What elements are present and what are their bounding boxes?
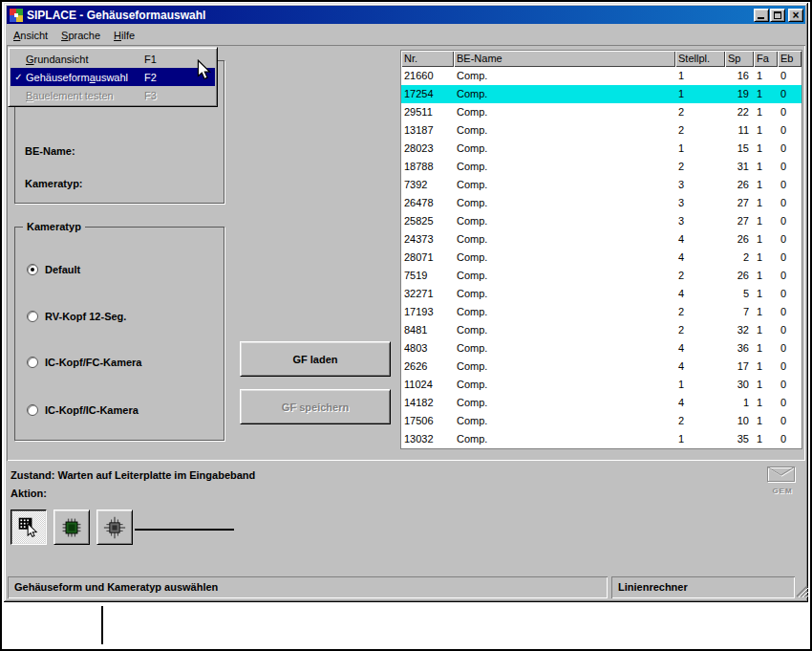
radio-ic-kopf-ic[interactable]: IC-Kopf/IC-Kamera	[27, 401, 139, 420]
table-cell: 0	[778, 158, 801, 176]
table-row[interactable]: 28023Comp.11510	[401, 140, 801, 158]
table-row[interactable]: 11024Comp.13010	[401, 376, 801, 394]
table-row[interactable]: 17193Comp.2710	[401, 303, 801, 321]
table-cell: 11024	[401, 376, 454, 394]
table-cell: 0	[778, 176, 801, 194]
table-row[interactable]: 29511Comp.22210	[401, 103, 801, 121]
toolbar-board-select-button[interactable]	[11, 510, 47, 545]
table-cell: 2	[725, 249, 754, 267]
table-row[interactable]: 14182Comp.4110	[401, 394, 801, 412]
column-header-fa[interactable]: Fa	[754, 51, 778, 67]
column-header-stellpl[interactable]: Stellpl.	[675, 51, 725, 67]
menu-item-gehaeuseformauswahl[interactable]: ✓ Gehäuseformauswahl F2	[11, 68, 215, 86]
table-cell: 15	[725, 140, 754, 158]
table-cell: 3	[675, 194, 725, 212]
column-header-nr[interactable]: Nr.	[401, 51, 454, 67]
table-cell: 28071	[401, 249, 454, 267]
maximize-button[interactable]	[770, 9, 785, 22]
table-row[interactable]: 7392Comp.32610	[401, 176, 801, 194]
table-cell: 28023	[401, 140, 454, 158]
menu-item-grundansicht[interactable]: Grundansicht F1	[11, 50, 215, 68]
column-header-eb[interactable]: Eb	[778, 51, 801, 67]
column-header-sp[interactable]: Sp	[725, 51, 754, 67]
column-header-be-name[interactable]: BE-Name	[454, 51, 675, 67]
menu-sprache[interactable]: Sprache	[54, 27, 107, 44]
table-row[interactable]: 13187Comp.21110	[401, 121, 801, 140]
table-row[interactable]: 25825Comp.32710	[401, 212, 801, 230]
titlebar[interactable]: SIPLACE - Gehäuseformauswahl ×	[7, 6, 805, 24]
table-cell: 0	[778, 67, 801, 85]
table-row[interactable]: 2626Comp.41710	[401, 358, 801, 376]
window-title: SIPLACE - Gehäuseformauswahl	[27, 9, 753, 22]
table-cell: 7519	[401, 267, 454, 285]
statusbar-computer: Linienrechner	[611, 576, 795, 598]
gf-laden-button[interactable]: GF laden	[240, 341, 391, 377]
table-row[interactable]: 8481Comp.23210	[401, 321, 801, 339]
table-cell: 1	[754, 67, 778, 85]
toolbar-component-test-button[interactable]	[96, 510, 133, 545]
table-row[interactable]: 17254Comp.11910	[401, 85, 801, 103]
table-row[interactable]: 7519Comp.22610	[401, 267, 801, 285]
table-cell: 2	[675, 321, 725, 339]
table-cell: 1	[754, 303, 778, 321]
table-cell: 11	[725, 121, 754, 140]
menubar: Ansicht Sprache Hilfe	[7, 25, 805, 45]
menu-check-icon: ✓	[11, 72, 26, 82]
close-icon: ×	[789, 9, 802, 22]
menu-hilfe[interactable]: Hilfe	[107, 27, 141, 44]
table-cell: 0	[778, 430, 801, 448]
table-cell: 1	[675, 140, 725, 158]
component-chip-icon	[60, 514, 83, 541]
table-cell: Comp.	[454, 85, 675, 103]
table-row[interactable]: 4803Comp.43610	[401, 339, 801, 358]
kameratyp-groupbox: Kameratyp Default RV-Kopf 12-Seg. IC-Kop…	[14, 227, 224, 441]
table-cell: 17254	[401, 85, 454, 103]
table-cell: 4	[675, 358, 725, 376]
table-row[interactable]: 13032Comp.13510	[401, 430, 801, 448]
table-cell: 4	[675, 249, 725, 267]
table-row[interactable]: 18788Comp.23110	[401, 158, 801, 176]
table-cell: Comp.	[454, 394, 675, 412]
table-cell: Comp.	[454, 67, 675, 85]
table-cell: Comp.	[454, 430, 675, 448]
table-cell: 17193	[401, 303, 454, 321]
toolbar-component-button[interactable]	[53, 510, 90, 545]
resize-grip[interactable]	[796, 585, 808, 597]
table-cell: 8481	[401, 321, 454, 339]
radio-ic-kopf-fc[interactable]: IC-Kopf/FC-Kamera	[27, 353, 141, 372]
kameratyp-label: Kameratyp:	[25, 178, 83, 189]
table-cell: 0	[778, 85, 801, 103]
table-cell: 26	[725, 267, 754, 285]
mouse-cursor-icon	[197, 59, 211, 81]
table-row[interactable]: 26478Comp.32710	[401, 194, 801, 212]
table-cell: Comp.	[454, 176, 675, 194]
radio-default[interactable]: Default	[27, 260, 80, 279]
board-select-icon	[17, 514, 40, 541]
table-cell: Comp.	[454, 103, 675, 121]
minimize-button[interactable]	[754, 9, 769, 22]
table-cell: Comp.	[454, 285, 675, 303]
table-row[interactable]: 24373Comp.42610	[401, 230, 801, 249]
table-cell: 2	[675, 158, 725, 176]
statusbar-message: Gehäuseform und Kameratyp auswählen	[8, 576, 608, 598]
table-row[interactable]: 32271Comp.4510	[401, 285, 801, 303]
menu-ansicht[interactable]: Ansicht	[7, 27, 54, 44]
table-cell: 16	[725, 67, 754, 85]
close-button[interactable]: ×	[788, 9, 803, 22]
table-cell: 1	[754, 103, 778, 121]
table-cell: Comp.	[454, 412, 675, 430]
table-row[interactable]: 28071Comp.4210	[401, 249, 801, 267]
table-cell: 2	[675, 412, 725, 430]
table-cell: 0	[778, 412, 801, 430]
table-row[interactable]: 17506Comp.21010	[401, 412, 801, 430]
table-row[interactable]: 21660Comp.11610	[401, 67, 801, 85]
table-cell: 1	[754, 358, 778, 376]
table-header: Nr. BE-Name Stellpl. Sp Fa Eb	[401, 51, 801, 67]
table-cell: 1	[754, 394, 778, 412]
table-cell: 0	[778, 103, 801, 121]
table-cell: 26478	[401, 194, 454, 212]
radio-rv-kopf[interactable]: RV-Kopf 12-Seg.	[27, 307, 126, 326]
table-cell: Comp.	[454, 121, 675, 140]
table-cell: Comp.	[454, 376, 675, 394]
radio-label: Default	[45, 264, 80, 275]
